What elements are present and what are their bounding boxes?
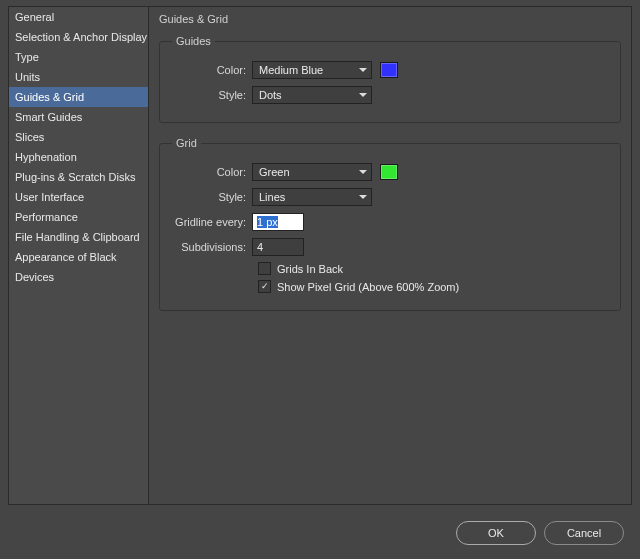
show-pixel-grid-row[interactable]: Show Pixel Grid (Above 600% Zoom) (258, 280, 608, 293)
dialog-footer: OK Cancel (456, 521, 624, 545)
grid-color-swatch[interactable] (380, 164, 398, 180)
sidebar-item-user-interface[interactable]: User Interface (9, 187, 148, 207)
sidebar-item-type[interactable]: Type (9, 47, 148, 67)
grids-in-back-label: Grids In Back (277, 263, 343, 275)
grid-color-select[interactable]: Green (252, 163, 372, 181)
grid-style-select[interactable]: Lines (252, 188, 372, 206)
sidebar-item-guides-grid[interactable]: Guides & Grid (9, 87, 148, 107)
sidebar-item-devices[interactable]: Devices (9, 267, 148, 287)
guides-style-select[interactable]: Dots (252, 86, 372, 104)
chevron-down-icon (359, 170, 367, 174)
sidebar-item-plug-ins-scratch-disks[interactable]: Plug-ins & Scratch Disks (9, 167, 148, 187)
guides-color-value: Medium Blue (259, 64, 323, 76)
grid-style-label: Style: (172, 191, 252, 203)
guides-group: Guides Color: Medium Blue Style: Dots (159, 35, 621, 123)
ok-button[interactable]: OK (456, 521, 536, 545)
sidebar-item-performance[interactable]: Performance (9, 207, 148, 227)
sidebar-item-selection-anchor-display[interactable]: Selection & Anchor Display (9, 27, 148, 47)
chevron-down-icon (359, 195, 367, 199)
guides-style-label: Style: (172, 89, 252, 101)
grid-color-value: Green (259, 166, 290, 178)
sidebar-item-file-handling-clipboard[interactable]: File Handling & Clipboard (9, 227, 148, 247)
grid-color-label: Color: (172, 166, 252, 178)
sidebar-item-general[interactable]: General (9, 7, 148, 27)
grid-style-value: Lines (259, 191, 285, 203)
show-pixel-grid-label: Show Pixel Grid (Above 600% Zoom) (277, 281, 459, 293)
preferences-sidebar: GeneralSelection & Anchor DisplayTypeUni… (8, 6, 148, 505)
chevron-down-icon (359, 93, 367, 97)
chevron-down-icon (359, 68, 367, 72)
sidebar-item-units[interactable]: Units (9, 67, 148, 87)
guides-color-select[interactable]: Medium Blue (252, 61, 372, 79)
cancel-button[interactable]: Cancel (544, 521, 624, 545)
sidebar-item-hyphenation[interactable]: Hyphenation (9, 147, 148, 167)
grids-in-back-checkbox[interactable] (258, 262, 271, 275)
guides-legend: Guides (172, 35, 215, 47)
grid-group: Grid Color: Green Style: Lines Gridline … (159, 137, 621, 311)
sidebar-item-smart-guides[interactable]: Smart Guides (9, 107, 148, 127)
sidebar-item-slices[interactable]: Slices (9, 127, 148, 147)
guides-style-value: Dots (259, 89, 282, 101)
grids-in-back-row[interactable]: Grids In Back (258, 262, 608, 275)
guides-color-label: Color: (172, 64, 252, 76)
gridline-every-label: Gridline every: (172, 216, 252, 228)
guides-color-swatch[interactable] (380, 62, 398, 78)
page-title: Guides & Grid (159, 13, 621, 25)
gridline-every-input[interactable] (252, 213, 304, 231)
sidebar-item-appearance-of-black[interactable]: Appearance of Black (9, 247, 148, 267)
show-pixel-grid-checkbox[interactable] (258, 280, 271, 293)
subdivisions-input[interactable] (252, 238, 304, 256)
subdivisions-label: Subdivisions: (172, 241, 252, 253)
grid-legend: Grid (172, 137, 201, 149)
preferences-main: Guides & Grid Guides Color: Medium Blue … (148, 6, 632, 505)
